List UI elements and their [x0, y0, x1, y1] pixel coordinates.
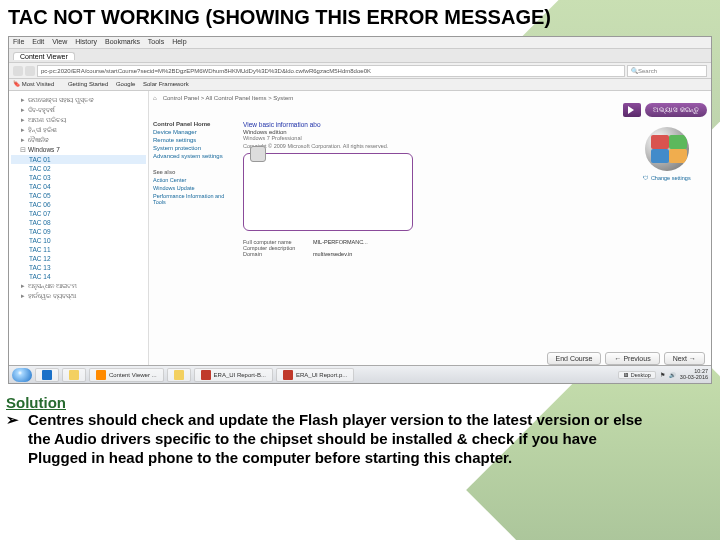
system-info: View basic information abo Windows editi… [243, 121, 621, 257]
task-folder[interactable] [62, 368, 86, 382]
tree-sub[interactable]: TAC 14 [11, 272, 146, 281]
control-panel-links: Control Panel Home Device Manager Remote… [153, 121, 237, 257]
tray-flag-icon[interactable]: ⚑ [660, 372, 665, 378]
tree-sub[interactable]: TAC 13 [11, 263, 146, 272]
url-bar[interactable]: pc-pc:2020/ERA/course/startCourse?secid=… [37, 65, 625, 77]
system-tray: 🖥 Desktop ⚑ 🔊 10:2730-03-2016 [618, 369, 708, 380]
content-area: ▸ଉପଭୋକ୍ତା ସହାୟ ପୁସ୍ତକ ▸ଦିବ-ବହୁବର୍ଷ ▸ଆପଣ … [9, 91, 711, 367]
bm-most[interactable]: 🔖 Most Visited [13, 81, 60, 87]
browser-tab-bar: Content Viewer [9, 49, 711, 63]
bm-gs[interactable]: Getting Started [68, 81, 108, 87]
prop-val: multiversedev.in [313, 251, 352, 257]
task-pdf1[interactable]: ERA_UI Report-B... [194, 368, 273, 382]
bm-google[interactable]: Google [116, 81, 135, 87]
tree-item[interactable]: ▸ଦିବ-ବହୁବର୍ଷ [11, 105, 146, 115]
pdf-icon [283, 370, 293, 380]
bm-solar[interactable]: Solar Framework [143, 81, 189, 87]
tree-item[interactable]: ▸ଉପଭୋକ୍ତା ସହାୟ ପୁସ୍ତକ [11, 95, 146, 105]
browser-menu-bar: File Edit View History Bookmarks Tools H… [9, 37, 711, 49]
menu-history[interactable]: History [75, 38, 97, 45]
menu-help[interactable]: Help [172, 38, 186, 45]
tree-sub[interactable]: TAC 05 [11, 191, 146, 200]
sys-head: ଅଭ୍ୟାସ କରନ୍ତୁ [153, 103, 707, 117]
tree-sub[interactable]: TAC 12 [11, 254, 146, 263]
error-icon [250, 146, 266, 162]
next-button[interactable]: Next → [664, 352, 705, 365]
tree-sub[interactable]: TAC 08 [11, 218, 146, 227]
menu-bookmarks[interactable]: Bookmarks [105, 38, 140, 45]
main-pane: ⌂ Control Panel > All Control Panel Item… [149, 91, 711, 367]
tree-sub[interactable]: TAC 04 [11, 182, 146, 191]
tree-item[interactable]: ▸ଅନୁସନ୍ଧାନ ଆଇଟମ [11, 281, 146, 291]
task-ie[interactable] [35, 368, 59, 382]
seealso-link[interactable]: Windows Update [153, 185, 237, 191]
tree-item-expanded[interactable]: ⊟Windows 7 [11, 145, 146, 155]
start-button-icon[interactable] [12, 368, 32, 382]
tree-item[interactable]: ▸ହିନ୍ଦୀ ହରିଶ [11, 125, 146, 135]
taskbar: Content Viewer ... ERA_UI Report-B... ER… [9, 365, 711, 383]
tree-sub[interactable]: TAC 11 [11, 245, 146, 254]
seealso-link[interactable]: Performance Information and Tools [153, 193, 237, 205]
solution-text: Centres should check and update the Flas… [28, 411, 646, 467]
bullet-icon: ➢ [6, 411, 28, 467]
menu-edit[interactable]: Edit [32, 38, 44, 45]
change-settings-link[interactable]: 🛡 Change settings [643, 175, 690, 181]
sys-tabs: ⌂ Control Panel > All Control Panel Item… [153, 95, 707, 101]
show-desktop-button[interactable]: 🖥 Desktop [618, 371, 656, 379]
tree-sub[interactable]: TAC 03 [11, 173, 146, 182]
cp-link[interactable]: Remote settings [153, 137, 237, 143]
error-panel [243, 153, 413, 231]
folder-icon [69, 370, 79, 380]
tree-sub[interactable]: TAC 10 [11, 236, 146, 245]
end-course-button[interactable]: End Course [547, 352, 602, 365]
search-box[interactable]: 🔍 Search [627, 65, 707, 77]
practice-button[interactable]: ଅଭ୍ୟାସ କରନ୍ତୁ [645, 103, 707, 117]
prev-button[interactable]: ← Previous [605, 352, 659, 365]
forward-icon[interactable] [25, 66, 35, 76]
task-pdf2[interactable]: ERA_UI Report.p... [276, 368, 354, 382]
seealso-link[interactable]: Action Center [153, 177, 237, 183]
tree-sub[interactable]: TAC 09 [11, 227, 146, 236]
tree-sub[interactable]: TAC 06 [11, 200, 146, 209]
bookmark-bar: 🔖 Most Visited Getting Started Google So… [9, 79, 711, 91]
sys-right: 🛡 Change settings [627, 121, 707, 257]
tree-sub-active[interactable]: TAC 01 [11, 155, 146, 164]
pdf-icon [201, 370, 211, 380]
play-icon[interactable] [623, 103, 641, 117]
menu-tools[interactable]: Tools [148, 38, 164, 45]
firefox-icon [96, 370, 106, 380]
folder-icon [174, 370, 184, 380]
task-folder2[interactable] [167, 368, 191, 382]
solution-header: Solution [6, 394, 646, 411]
screenshot-panel: File Edit View History Bookmarks Tools H… [8, 36, 712, 384]
copyright: Copyright © 2009 Microsoft Corporation. … [243, 143, 621, 149]
tree-item[interactable]: ▸ହାର୍ଡୱେର ବ୍ୟବସ୍ଥା [11, 291, 146, 301]
tree-item[interactable]: ▸ଆପଣ ପରିଚୟ [11, 115, 146, 125]
browser-tab[interactable]: Content Viewer [13, 52, 75, 60]
clock[interactable]: 10:2730-03-2016 [680, 369, 708, 380]
tree-sub[interactable]: TAC 02 [11, 164, 146, 173]
tray-vol-icon[interactable]: 🔊 [669, 372, 676, 378]
ie-icon [42, 370, 52, 380]
task-firefox[interactable]: Content Viewer ... [89, 368, 164, 382]
cp-link[interactable]: Device Manager [153, 129, 237, 135]
course-tree: ▸ଉପଭୋକ୍ତା ସହାୟ ପୁସ୍ତକ ▸ଦିବ-ବହୁବର୍ଷ ▸ଆପଣ … [9, 91, 149, 367]
seealso-header: See also [153, 169, 237, 175]
back-icon[interactable] [13, 66, 23, 76]
cp-link[interactable]: Advanced system settings [153, 153, 237, 159]
menu-file[interactable]: File [13, 38, 24, 45]
tree-item[interactable]: ▸ବୈଜ୍ଞାନିକ [11, 135, 146, 145]
slide-title: TAC NOT WORKING (SHOWING THIS ERROR MESS… [8, 6, 551, 29]
prop-key: Domain [243, 251, 313, 257]
tree-sub[interactable]: TAC 07 [11, 209, 146, 218]
windows-logo-icon [645, 127, 689, 171]
breadcrumb: Control Panel > All Control Panel Items … [163, 95, 294, 101]
menu-view[interactable]: View [52, 38, 67, 45]
cp-link[interactable]: System protection [153, 145, 237, 151]
prop-val: MIL-PERFORMANC... [313, 239, 368, 245]
solution-block: Solution ➢ Centres should check and upda… [6, 394, 646, 467]
sys-props: Full computer nameMIL-PERFORMANC... Comp… [243, 239, 621, 257]
edition: Windows 7 Professional [243, 135, 621, 141]
home-icon[interactable]: ⌂ [153, 95, 157, 101]
info-title: View basic information abo [243, 121, 621, 128]
